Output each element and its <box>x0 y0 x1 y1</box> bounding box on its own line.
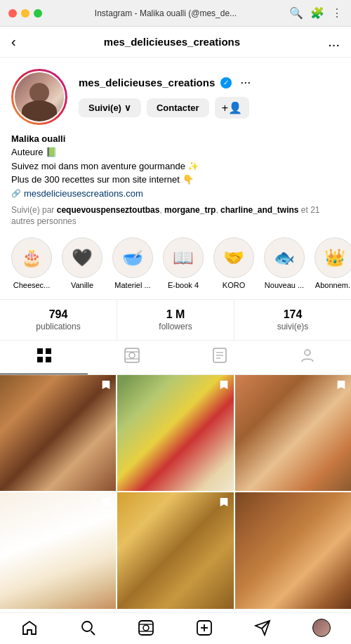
grid-item-4[interactable] <box>0 492 116 608</box>
followed-by-user-2[interactable]: morgane_trp <box>164 205 216 215</box>
highlight-label: Nouveau ... <box>265 281 304 289</box>
grid-item-image <box>0 375 116 491</box>
svg-rect-2 <box>37 357 43 362</box>
highlights-scroll: 🎂 Cheesec... 🖤 Vanille 🥣 Materiel ... 📖 … <box>0 228 351 299</box>
grid-icon <box>37 348 52 367</box>
menu-icon[interactable]: ⋮ <box>331 6 343 20</box>
highlight-circle: 🥣 <box>112 237 153 278</box>
profile-username: mes_delicieuses_creations <box>79 77 215 88</box>
nav-messages[interactable] <box>254 619 271 636</box>
collab-icon <box>300 348 315 367</box>
website-link[interactable]: 🔗 mesdelicieusescreations.com <box>11 188 340 199</box>
followed-by-user-3[interactable]: charline_and_twins <box>220 205 298 215</box>
fullscreen-button[interactable] <box>34 9 42 18</box>
svg-rect-4 <box>125 348 139 362</box>
grid-item-3[interactable] <box>235 375 351 491</box>
nav-reels[interactable] <box>138 619 154 636</box>
stats-row: 794 publications 1 M followers 174 suivi… <box>0 299 351 341</box>
publications-label: publications <box>0 322 117 331</box>
grid-item-image <box>117 492 233 608</box>
tab-collab[interactable] <box>263 341 351 374</box>
grid-item-image <box>117 375 233 491</box>
grid-item-6[interactable] <box>235 492 351 608</box>
suivis-count: 174 <box>234 308 351 321</box>
action-buttons: Suivi(e) ∨ Contacter +👤 <box>79 97 340 119</box>
svg-point-12 <box>305 350 310 355</box>
stat-suivis[interactable]: 174 suivi(e)s <box>234 300 351 340</box>
profile-section: mes_delicieuses_creations ✓ ··· Suivi(e)… <box>0 58 351 228</box>
link-icon: 🔗 <box>11 189 21 198</box>
grid-item-5[interactable] <box>117 492 233 608</box>
close-button[interactable] <box>8 9 17 18</box>
highlight-circle: 📖 <box>163 237 204 278</box>
grid-item-image <box>235 375 351 491</box>
highlight-circle: 🖤 <box>62 237 102 278</box>
suivie-button[interactable]: Suivi(e) ∨ <box>79 98 141 117</box>
bio-text: Auteure 📗 Suivez moi dans mon aventure g… <box>11 145 340 187</box>
more-options-button[interactable]: ... <box>328 34 340 50</box>
tab-tagged[interactable] <box>176 341 263 374</box>
tab-reels[interactable] <box>88 341 176 374</box>
followers-count: 1 M <box>117 308 234 321</box>
nav-profile-avatar <box>312 619 331 637</box>
profile-name-area: mes_delicieuses_creations ✓ ··· Suivi(e)… <box>79 75 340 119</box>
profile-top: mes_delicieuses_creations ✓ ··· Suivi(e)… <box>11 69 340 125</box>
followed-by-label: Suivi(e) par <box>11 205 54 215</box>
browser-title: Instagram - Malika oualli (@mes_de... <box>48 8 284 18</box>
avatar[interactable] <box>15 72 64 121</box>
reels-icon <box>124 348 140 367</box>
highlight-circle: 🤝 <box>213 237 254 278</box>
browser-icons: 🔍 🧩 ⋮ <box>289 6 343 20</box>
tab-bar <box>0 341 351 375</box>
highlight-abonnem[interactable]: 👑 Abonnem... <box>314 237 351 289</box>
website-url: mesdelicieusescreations.com <box>24 188 143 199</box>
svg-point-16 <box>143 625 149 631</box>
svg-rect-3 <box>46 357 51 362</box>
nav-profile[interactable] <box>312 619 331 637</box>
avatar-ring <box>11 69 67 125</box>
add-person-button[interactable]: +👤 <box>215 97 249 119</box>
highlight-materiel[interactable]: 🥣 Materiel ... <box>112 237 153 289</box>
profile-more-button[interactable]: ··· <box>240 75 251 90</box>
avatar-inner <box>13 71 65 123</box>
highlight-vanille[interactable]: 🖤 Vanille <box>62 237 102 289</box>
grid-item-2[interactable] <box>117 375 233 491</box>
stat-publications[interactable]: 794 publications <box>0 300 117 340</box>
highlight-nouveau[interactable]: 🐟 Nouveau ... <box>264 237 305 289</box>
app-header: ‹ mes_delicieuses_creations ... <box>0 27 351 58</box>
bio-line-3: Plus de 300 recettes sur mon site intern… <box>11 174 194 185</box>
grid-bookmark-icon <box>218 497 230 510</box>
suivis-label: suivi(e)s <box>234 322 351 331</box>
followed-by-user-1[interactable]: cequevouspenseztoutbas <box>57 205 160 215</box>
followed-by: Suivi(e) par cequevouspenseztoutbas, mor… <box>11 204 340 228</box>
svg-point-13 <box>82 622 92 631</box>
grid-item-image <box>0 492 116 608</box>
extensions-icon[interactable]: 🧩 <box>310 6 324 20</box>
highlight-circle: 👑 <box>314 237 351 278</box>
contacter-button[interactable]: Contacter <box>147 98 209 117</box>
nav-home[interactable] <box>21 619 38 636</box>
publications-count: 794 <box>0 308 117 321</box>
back-button[interactable]: ‹ <box>11 34 16 50</box>
highlight-label: E-book 4 <box>168 281 199 289</box>
profile-full-name: Malika oualli <box>11 133 340 144</box>
stat-followers[interactable]: 1 M followers <box>117 300 234 340</box>
highlight-ebook4[interactable]: 📖 E-book 4 <box>163 237 204 289</box>
search-icon[interactable]: 🔍 <box>289 6 303 20</box>
highlight-cheesec[interactable]: 🎂 Cheesec... <box>11 237 52 289</box>
photo-grid <box>0 375 351 609</box>
grid-item-1[interactable] <box>0 375 116 491</box>
bio-section: Malika oualli Auteure 📗 Suivez moi dans … <box>11 133 340 199</box>
grid-bookmark-icon <box>100 497 112 510</box>
tab-grid[interactable] <box>0 341 88 374</box>
followers-label: followers <box>117 322 234 331</box>
minimize-button[interactable] <box>21 9 29 18</box>
highlight-koro[interactable]: 🤝 KORO <box>213 237 254 289</box>
nav-search[interactable] <box>79 619 96 636</box>
highlight-label: Vanille <box>71 281 93 289</box>
highlight-label: Cheesec... <box>13 281 51 289</box>
chevron-down-icon: ∨ <box>124 103 131 113</box>
browser-chrome: Instagram - Malika oualli (@mes_de... 🔍 … <box>0 0 351 27</box>
traffic-lights <box>8 9 42 18</box>
nav-add[interactable] <box>196 619 213 636</box>
